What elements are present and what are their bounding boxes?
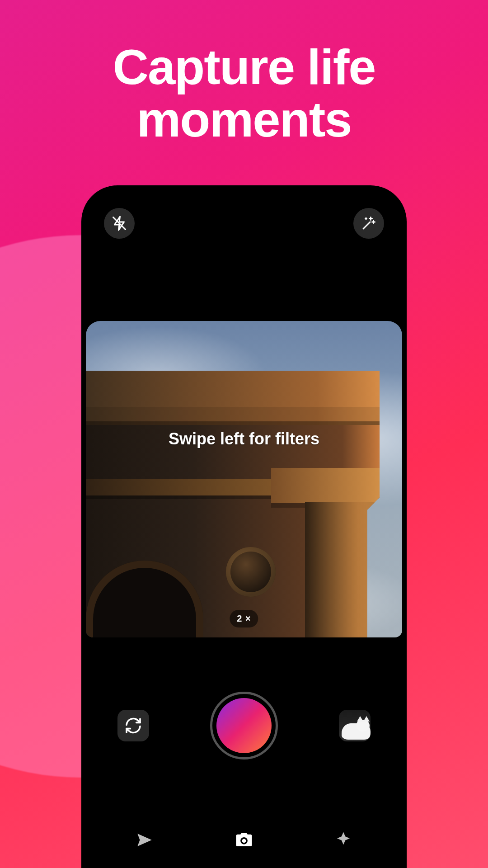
promo-headline: Capture life moments (0, 41, 488, 145)
camera-controls (81, 692, 407, 760)
gallery-thumbnail-button[interactable] (339, 710, 371, 741)
camera-swap-button[interactable] (117, 710, 149, 741)
camera-icon (235, 830, 253, 849)
camera-viewfinder[interactable]: Swipe left for filters 2 × (86, 321, 402, 637)
nav-send[interactable] (135, 830, 154, 851)
camera-swap-icon (124, 717, 142, 735)
shutter-button[interactable] (210, 692, 278, 760)
magic-wand-icon (361, 215, 377, 231)
phone-frame: Swipe left for filters 2 × (81, 185, 407, 868)
zoom-level-label: 2 × (237, 613, 251, 623)
nav-camera[interactable] (235, 830, 253, 851)
viewfinder-hint: Swipe left for filters (86, 429, 402, 448)
magic-wand-button[interactable] (353, 208, 384, 239)
sparkle-icon (334, 830, 353, 849)
nav-sparkle[interactable] (334, 830, 353, 851)
shutter-inner (216, 698, 272, 753)
bottom-nav (81, 823, 407, 859)
flash-off-button[interactable] (104, 208, 135, 239)
svg-line-2 (363, 222, 370, 229)
camera-top-bar (81, 208, 407, 239)
flash-off-icon (111, 215, 127, 231)
viewfinder-subject-arch (86, 371, 380, 637)
send-icon (135, 830, 154, 849)
promo-background: Capture life moments (0, 0, 488, 868)
zoom-level-pill[interactable]: 2 × (230, 610, 258, 627)
